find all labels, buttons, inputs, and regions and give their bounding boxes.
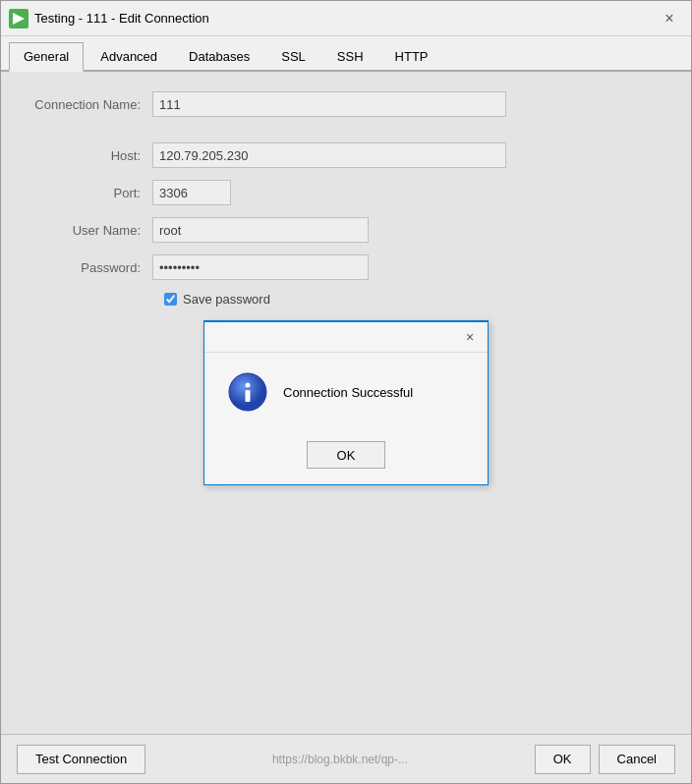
- tab-general[interactable]: General: [9, 42, 84, 72]
- tab-ssl[interactable]: SSL: [266, 42, 320, 72]
- modal-titlebar: ×: [204, 322, 488, 353]
- modal-ok-button[interactable]: OK: [307, 441, 386, 469]
- window-title: Testing - 111 - Edit Connection: [34, 11, 656, 26]
- modal-overlay: ×: [1, 72, 691, 734]
- ok-button[interactable]: OK: [535, 745, 591, 774]
- window-close-button[interactable]: ×: [656, 5, 683, 32]
- tab-databases[interactable]: Databases: [174, 42, 264, 72]
- main-window: Testing - 111 - Edit Connection × Genera…: [0, 0, 692, 784]
- tab-bar: General Advanced Databases SSL SSH HTTP: [1, 36, 691, 72]
- tab-ssh[interactable]: SSH: [322, 42, 378, 72]
- form-content: Connection Name: Host: Port: User Name: …: [1, 72, 691, 734]
- modal-close-button[interactable]: ×: [458, 326, 482, 348]
- title-bar: Testing - 111 - Edit Connection ×: [1, 1, 691, 36]
- modal-message: Connection Successful: [283, 385, 413, 400]
- test-connection-button[interactable]: Test Connection: [17, 745, 145, 774]
- modal-body: Connection Successful: [204, 353, 488, 431]
- cancel-button[interactable]: Cancel: [599, 745, 675, 774]
- footer: Test Connection https://blog.bkbk.net/qp…: [1, 734, 691, 783]
- connection-success-modal: ×: [203, 320, 489, 485]
- app-icon: [9, 9, 29, 28]
- tab-advanced[interactable]: Advanced: [86, 42, 172, 72]
- info-icon: [228, 372, 267, 412]
- footer-right-buttons: OK Cancel: [535, 745, 675, 774]
- tab-http[interactable]: HTTP: [380, 42, 443, 72]
- footer-url: https://blog.bkbk.net/qp-...: [145, 753, 535, 766]
- svg-rect-4: [246, 390, 251, 402]
- modal-footer: OK: [204, 431, 488, 484]
- svg-point-3: [246, 383, 251, 388]
